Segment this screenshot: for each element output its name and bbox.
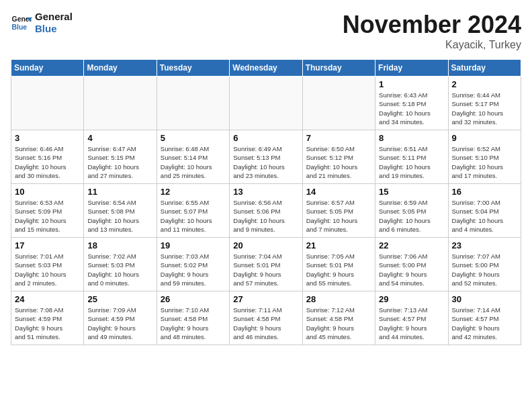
day-info: Sunrise: 6:44 AMSunset: 5:17 PMDaylight:… (452, 91, 517, 126)
day-info: Sunrise: 6:50 AMSunset: 5:12 PMDaylight:… (306, 144, 371, 180)
day-number: 21 (306, 240, 371, 250)
day-info: Sunrise: 7:11 AMSunset: 4:58 PMDaylight:… (233, 306, 298, 341)
weekday-header-cell: Tuesday (157, 60, 229, 77)
day-number: 29 (379, 294, 444, 304)
day-info: Sunrise: 7:07 AMSunset: 5:00 PMDaylight:… (452, 252, 517, 287)
calendar-week-row: 10Sunrise: 6:53 AMSunset: 5:09 PMDayligh… (11, 184, 521, 238)
calendar-cell: 7Sunrise: 6:50 AMSunset: 5:12 PMDaylight… (302, 130, 375, 184)
day-number: 19 (161, 240, 226, 250)
logo-line1: General (35, 11, 73, 23)
day-number: 1 (379, 79, 444, 89)
logo-line2: Blue (35, 23, 73, 35)
calendar-cell: 14Sunrise: 6:57 AMSunset: 5:05 PMDayligh… (302, 184, 375, 238)
day-number: 17 (15, 240, 80, 250)
calendar-cell: 22Sunrise: 7:06 AMSunset: 5:00 PMDayligh… (375, 238, 448, 291)
day-number: 5 (161, 133, 226, 143)
day-number: 10 (15, 187, 80, 197)
day-info: Sunrise: 7:12 AMSunset: 4:58 PMDaylight:… (306, 306, 371, 341)
day-info: Sunrise: 6:53 AMSunset: 5:09 PMDaylight:… (15, 198, 80, 234)
day-info: Sunrise: 6:48 AMSunset: 5:14 PMDaylight:… (161, 144, 226, 180)
calendar-body: 1Sunrise: 6:43 AMSunset: 5:18 PMDaylight… (11, 77, 521, 345)
weekday-header-cell: Wednesday (230, 60, 302, 77)
day-number: 12 (161, 187, 226, 197)
day-number: 16 (452, 187, 517, 197)
weekday-header-cell: Monday (84, 60, 157, 77)
day-number: 7 (306, 133, 371, 143)
calendar-week-row: 24Sunrise: 7:08 AMSunset: 4:59 PMDayligh… (11, 291, 521, 345)
calendar-cell (11, 77, 84, 130)
day-number: 6 (233, 133, 298, 143)
calendar-cell: 29Sunrise: 7:13 AMSunset: 4:57 PMDayligh… (375, 291, 448, 345)
logo-icon: General Blue (11, 12, 32, 34)
weekday-header-cell: Thursday (302, 60, 375, 77)
day-info: Sunrise: 6:47 AMSunset: 5:15 PMDaylight:… (87, 144, 152, 180)
calendar-cell: 12Sunrise: 6:55 AMSunset: 5:07 PMDayligh… (157, 184, 229, 238)
calendar-cell: 18Sunrise: 7:02 AMSunset: 5:03 PMDayligh… (84, 238, 157, 291)
month-title: November 2024 (343, 11, 521, 39)
calendar-cell (157, 77, 229, 130)
calendar-week-row: 1Sunrise: 6:43 AMSunset: 5:18 PMDaylight… (11, 77, 521, 130)
day-info: Sunrise: 7:06 AMSunset: 5:00 PMDaylight:… (379, 252, 444, 287)
day-number: 8 (379, 133, 444, 143)
day-number: 11 (87, 187, 152, 197)
calendar-table: SundayMondayTuesdayWednesdayThursdayFrid… (11, 59, 521, 345)
day-info: Sunrise: 7:03 AMSunset: 5:02 PMDaylight:… (161, 252, 226, 287)
calendar-cell (302, 77, 375, 130)
weekday-header-cell: Sunday (11, 60, 84, 77)
day-info: Sunrise: 7:08 AMSunset: 4:59 PMDaylight:… (15, 306, 80, 341)
day-number: 27 (233, 294, 298, 304)
calendar-cell: 10Sunrise: 6:53 AMSunset: 5:09 PMDayligh… (11, 184, 84, 238)
day-number: 28 (306, 294, 371, 304)
weekday-header-cell: Friday (375, 60, 448, 77)
calendar-cell: 16Sunrise: 7:00 AMSunset: 5:04 PMDayligh… (448, 184, 521, 238)
location-title: Kayacik, Turkey (343, 39, 521, 51)
day-info: Sunrise: 7:01 AMSunset: 5:03 PMDaylight:… (15, 252, 80, 287)
day-info: Sunrise: 7:10 AMSunset: 4:58 PMDaylight:… (161, 306, 226, 341)
day-info: Sunrise: 7:02 AMSunset: 5:03 PMDaylight:… (87, 252, 152, 287)
calendar-cell: 21Sunrise: 7:05 AMSunset: 5:01 PMDayligh… (302, 238, 375, 291)
calendar-week-row: 3Sunrise: 6:46 AMSunset: 5:16 PMDaylight… (11, 130, 521, 184)
day-info: Sunrise: 6:49 AMSunset: 5:13 PMDaylight:… (233, 144, 298, 180)
calendar-cell: 25Sunrise: 7:09 AMSunset: 4:59 PMDayligh… (84, 291, 157, 345)
calendar-cell: 11Sunrise: 6:54 AMSunset: 5:08 PMDayligh… (84, 184, 157, 238)
day-number: 23 (452, 240, 517, 250)
calendar-cell (84, 77, 157, 130)
day-info: Sunrise: 7:00 AMSunset: 5:04 PMDaylight:… (452, 198, 517, 234)
day-number: 14 (306, 187, 371, 197)
day-info: Sunrise: 6:52 AMSunset: 5:10 PMDaylight:… (452, 144, 517, 180)
day-info: Sunrise: 6:43 AMSunset: 5:18 PMDaylight:… (379, 91, 444, 126)
calendar-cell: 19Sunrise: 7:03 AMSunset: 5:02 PMDayligh… (157, 238, 229, 291)
calendar-cell: 27Sunrise: 7:11 AMSunset: 4:58 PMDayligh… (230, 291, 302, 345)
calendar-cell: 13Sunrise: 6:56 AMSunset: 5:06 PMDayligh… (230, 184, 302, 238)
day-number: 2 (452, 79, 517, 89)
weekday-header-cell: Saturday (448, 60, 521, 77)
day-info: Sunrise: 6:54 AMSunset: 5:08 PMDaylight:… (87, 198, 152, 234)
day-info: Sunrise: 7:05 AMSunset: 5:01 PMDaylight:… (306, 252, 371, 287)
calendar-cell: 8Sunrise: 6:51 AMSunset: 5:11 PMDaylight… (375, 130, 448, 184)
day-info: Sunrise: 6:56 AMSunset: 5:06 PMDaylight:… (233, 198, 298, 234)
day-number: 9 (452, 133, 517, 143)
day-info: Sunrise: 6:55 AMSunset: 5:07 PMDaylight:… (161, 198, 226, 234)
calendar-cell: 3Sunrise: 6:46 AMSunset: 5:16 PMDaylight… (11, 130, 84, 184)
calendar-cell: 15Sunrise: 6:59 AMSunset: 5:05 PMDayligh… (375, 184, 448, 238)
calendar-cell: 2Sunrise: 6:44 AMSunset: 5:17 PMDaylight… (448, 77, 521, 130)
calendar-cell: 4Sunrise: 6:47 AMSunset: 5:15 PMDaylight… (84, 130, 157, 184)
day-number: 20 (233, 240, 298, 250)
day-info: Sunrise: 6:57 AMSunset: 5:05 PMDaylight:… (306, 198, 371, 234)
day-number: 18 (87, 240, 152, 250)
day-number: 30 (452, 294, 517, 304)
calendar-cell: 23Sunrise: 7:07 AMSunset: 5:00 PMDayligh… (448, 238, 521, 291)
calendar-cell: 26Sunrise: 7:10 AMSunset: 4:58 PMDayligh… (157, 291, 229, 345)
day-info: Sunrise: 7:13 AMSunset: 4:57 PMDaylight:… (379, 306, 444, 341)
day-info: Sunrise: 6:46 AMSunset: 5:16 PMDaylight:… (15, 144, 80, 180)
calendar-cell: 6Sunrise: 6:49 AMSunset: 5:13 PMDaylight… (230, 130, 302, 184)
day-number: 26 (161, 294, 226, 304)
svg-text:Blue: Blue (12, 24, 28, 31)
logo: General Blue General Blue (11, 11, 73, 35)
day-number: 15 (379, 187, 444, 197)
calendar-week-row: 17Sunrise: 7:01 AMSunset: 5:03 PMDayligh… (11, 238, 521, 291)
day-info: Sunrise: 6:59 AMSunset: 5:05 PMDaylight:… (379, 198, 444, 234)
calendar-cell: 28Sunrise: 7:12 AMSunset: 4:58 PMDayligh… (302, 291, 375, 345)
title-area: November 2024 Kayacik, Turkey (343, 11, 521, 51)
day-info: Sunrise: 7:09 AMSunset: 4:59 PMDaylight:… (87, 306, 152, 341)
